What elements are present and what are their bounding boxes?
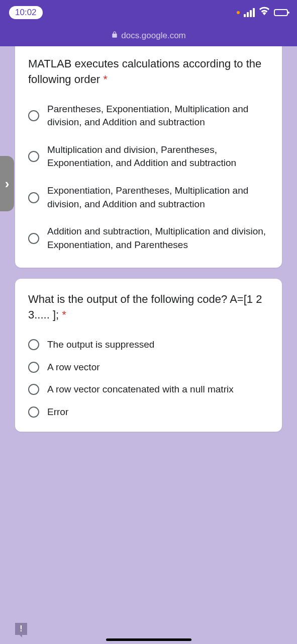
q2-option-1[interactable]: The output is suppressed [28,338,269,352]
option-label: Error [47,406,68,419]
cellular-signal-icon [244,8,255,17]
browser-url-bar[interactable]: docs.google.com [0,25,297,46]
option-label: Exponentiation, Parentheses, Multiplicat… [47,184,269,211]
recording-dot-icon [237,11,240,14]
url-text: docs.google.com [121,31,186,41]
feedback-button[interactable]: ! [15,623,27,635]
q2-option-2[interactable]: A row vector [28,361,269,374]
radio-icon [28,233,39,244]
q1-option-3[interactable]: Exponentiation, Parentheses, Multiplicat… [28,184,269,211]
option-label: Addition and subtraction, Multiplication… [47,225,269,252]
radio-icon [28,384,39,395]
status-icons [237,6,288,19]
radio-icon [28,151,39,162]
q1-option-4[interactable]: Addition and subtraction, Multiplication… [28,225,269,252]
radio-icon [28,192,39,203]
option-label: Parentheses, Exponentiation, Multiplicat… [47,103,269,129]
q1-option-1[interactable]: Parentheses, Exponentiation, Multiplicat… [28,103,269,129]
wifi-icon [259,6,270,19]
option-label: A row vector concatenated with a null ma… [47,383,234,396]
radio-icon [28,339,39,350]
status-time: 10:02 [9,6,43,19]
question-card-2: What is the output of the following code… [15,279,282,432]
chevron-right-icon: › [5,176,10,192]
option-label: A row vector [47,361,100,374]
lock-icon [111,31,118,41]
question-1-text: MATLAB executes calculations according t… [28,56,269,88]
question-2-text: What is the output of the following code… [28,292,269,323]
status-bar: 10:02 [0,0,297,25]
q2-option-4[interactable]: Error [28,406,269,419]
q1-option-2[interactable]: Multiplication and division, Parentheses… [28,143,269,170]
battery-icon [274,9,288,16]
option-label: Multiplication and division, Parentheses… [47,143,269,170]
required-asterisk: * [103,73,108,86]
radio-icon [28,407,39,418]
option-label: The output is suppressed [47,338,154,352]
form-content: MATLAB executes calculations according t… [0,46,297,443]
question-card-1: MATLAB executes calculations according t… [15,46,282,268]
home-indicator[interactable] [106,638,191,641]
q2-option-3[interactable]: A row vector concatenated with a null ma… [28,383,269,396]
exclamation-icon: ! [20,624,22,633]
side-handle[interactable]: › [0,156,14,211]
radio-icon [28,362,39,373]
radio-icon [28,110,39,121]
required-asterisk: * [62,308,66,321]
